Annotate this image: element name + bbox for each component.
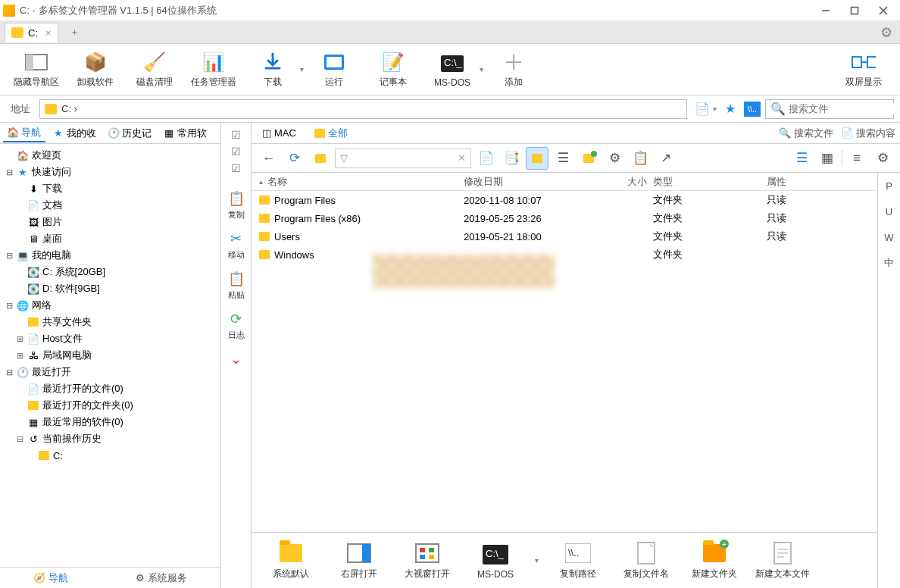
tree-pictures[interactable]: 🖼图片 <box>5 214 216 230</box>
chevron-down-icon[interactable]: ⌄ <box>226 349 247 370</box>
favorite-icon[interactable]: ★ <box>720 99 741 119</box>
hide-nav-button[interactable]: 隐藏导航区 <box>8 47 65 92</box>
run-button[interactable]: 运行 <box>305 47 363 92</box>
address-input[interactable]: C: › <box>39 99 687 119</box>
chevron-down-icon[interactable]: ▾ <box>480 65 483 74</box>
bottom-tab-nav[interactable]: 🧭导航 <box>24 571 77 585</box>
file-row[interactable]: Program Files2020-11-08 10:07文件夹只读 <box>252 191 877 209</box>
new-folder-button[interactable]: 新建文件夹 <box>683 536 746 585</box>
search-content-link[interactable]: 📄搜索内容 <box>841 127 895 140</box>
chevron-down-icon[interactable]: ▾ <box>532 556 542 565</box>
notepad-button[interactable]: 📝 记事本 <box>364 47 422 92</box>
tree-hosts[interactable]: ⊞📄Host文件 <box>5 330 216 347</box>
folder-options-button[interactable] <box>309 147 332 170</box>
view-grid-button[interactable]: ▦ <box>816 147 839 170</box>
add-tab-button[interactable]: + <box>66 23 84 42</box>
search-field[interactable] <box>789 103 900 114</box>
tree-documents[interactable]: 📄文档 <box>5 197 216 214</box>
settings-button[interactable]: ⚙ <box>603 147 626 170</box>
minimize-button[interactable] <box>812 2 839 20</box>
tree-recent-files[interactable]: 📄最近打开的文件(0) <box>5 380 216 397</box>
open-right-button[interactable]: 右屏打开 <box>327 536 391 585</box>
new-file-button[interactable]: 📄 <box>474 147 497 170</box>
checklist-icon[interactable]: ☑ <box>226 144 247 159</box>
download-button[interactable]: 下载 <box>244 47 302 92</box>
msdos-bottom-button[interactable]: C:\_ MS-DOS <box>464 536 527 585</box>
msdos-button[interactable]: C:\_ MS-DOS <box>423 47 481 92</box>
copy-paste-button[interactable]: 📋 <box>629 147 652 170</box>
filter-input[interactable]: ▽ ✕ <box>335 149 471 168</box>
new-tab-icon[interactable]: 📄 <box>692 99 713 119</box>
letter-jump[interactable]: 中 <box>878 250 900 276</box>
close-tab-icon[interactable]: × <box>45 27 52 39</box>
chevron-down-icon[interactable]: ▾ <box>713 105 717 113</box>
log-action[interactable]: ⟳ 日志 <box>226 308 247 341</box>
clear-icon[interactable]: ✕ <box>458 152 466 164</box>
file-row[interactable]: Users2019-05-21 18:00文件夹只读 <box>252 227 877 246</box>
nav-tab-common[interactable]: ▦常用软 <box>159 124 211 142</box>
col-header-name[interactable]: ▴名称 <box>252 175 464 189</box>
refresh-button[interactable]: ⟳ <box>283 147 306 170</box>
path-tab[interactable]: C: × <box>5 23 58 42</box>
col-header-date[interactable]: 修改日期 <box>464 175 615 189</box>
col-header-attr[interactable]: 属性 <box>767 175 877 189</box>
tree-downloads[interactable]: ⬇下载 <box>5 180 216 197</box>
nav-tab-navigation[interactable]: 🏠导航 <box>3 124 45 142</box>
letter-jump[interactable]: P <box>878 173 900 199</box>
checklist-icon[interactable]: ☑ <box>226 127 247 142</box>
file-row[interactable]: Windows文件夹 <box>252 246 877 264</box>
uninstall-button[interactable]: 📦 卸载软件 <box>67 47 124 92</box>
letter-jump[interactable]: U <box>878 199 900 224</box>
tree-hist-c[interactable]: C: <box>5 447 216 464</box>
details-button[interactable]: ☰ <box>552 147 574 170</box>
chevron-down-icon[interactable]: ▾ <box>300 65 304 74</box>
col-header-size[interactable]: 大小 <box>615 175 653 189</box>
search-files-link[interactable]: 🔍搜索文件 <box>779 127 833 140</box>
new-text-file-button[interactable]: 新建文本文件 <box>751 536 814 585</box>
dual-screen-button[interactable]: 双屏显示 <box>835 47 892 92</box>
maximize-button[interactable] <box>841 2 868 20</box>
bottom-tab-services[interactable]: ⚙系统服务 <box>127 571 196 585</box>
back-button[interactable]: ← <box>258 147 280 170</box>
system-default-button[interactable]: 系统默认 <box>259 536 323 585</box>
path-separator-icon[interactable]: \\.. <box>744 102 761 117</box>
tree-recent[interactable]: ⊟🕐最近打开 <box>5 364 216 380</box>
nav-tab-favorites[interactable]: ★我的收 <box>48 124 101 142</box>
add-button[interactable]: 添加 <box>485 47 542 92</box>
move-action[interactable]: ✂ 移动 <box>226 228 247 261</box>
task-manager-button[interactable]: 📊 任务管理器 <box>185 47 242 92</box>
tree-recent-software[interactable]: ▦最近常用的软件(0) <box>5 414 216 430</box>
settings-icon[interactable]: ⚙ <box>880 24 892 41</box>
open-external-button[interactable]: ↗ <box>655 147 677 170</box>
file-row[interactable]: Program Files (x86)2019-05-25 23:26文件夹只读 <box>252 209 877 227</box>
tree-shared[interactable]: 共享文件夹 <box>5 314 216 330</box>
nav-tab-history[interactable]: 🕐历史记 <box>104 124 156 142</box>
tree-desktop[interactable]: 🖥桌面 <box>5 230 216 247</box>
copy-path-button[interactable]: \\.. 复制路径 <box>546 536 610 585</box>
view-list-button[interactable]: ☰ <box>790 147 813 170</box>
tree-welcome[interactable]: 🏠欢迎页 <box>5 147 216 164</box>
tree-current-history[interactable]: ⊟↺当前操作历史 <box>5 430 216 447</box>
filter-tab-all[interactable]: 全部 <box>308 124 354 142</box>
tree-quick-access[interactable]: ⊟★快速访问 <box>5 164 216 180</box>
search-input[interactable]: 🔍 ✕ <box>765 99 894 119</box>
tree-drive-d[interactable]: 💽D: 软件[9GB] <box>5 280 216 297</box>
filter-tab-mac[interactable]: ◫MAC <box>256 124 302 142</box>
view-rows-button[interactable]: ≡ <box>845 147 868 170</box>
select-file-button[interactable]: 📑 <box>500 147 523 170</box>
folder-view-button[interactable] <box>526 147 548 170</box>
close-button[interactable] <box>870 2 897 20</box>
tree-lan[interactable]: ⊞🖧局域网电脑 <box>5 347 216 364</box>
letter-jump[interactable]: W <box>878 224 900 250</box>
disk-clean-button[interactable]: 🧹 磁盘清理 <box>126 47 183 92</box>
tree-recent-folders[interactable]: 最近打开的文件夹(0) <box>5 397 216 414</box>
copy-filename-button[interactable]: 复制文件名 <box>614 536 678 585</box>
view-settings-button[interactable]: ⚙ <box>871 147 894 170</box>
checklist-icon[interactable]: ☑ <box>226 161 247 176</box>
tree-drive-c[interactable]: 💽C: 系统[20GB] <box>5 264 216 280</box>
copy-action[interactable]: 📋 复制 <box>226 188 247 220</box>
col-header-type[interactable]: 类型 <box>653 175 767 189</box>
tree-network[interactable]: ⊟🌐网络 <box>5 297 216 314</box>
new-folder-quick-button[interactable] <box>577 147 600 170</box>
paste-action[interactable]: 📋 粘贴 <box>226 268 247 301</box>
